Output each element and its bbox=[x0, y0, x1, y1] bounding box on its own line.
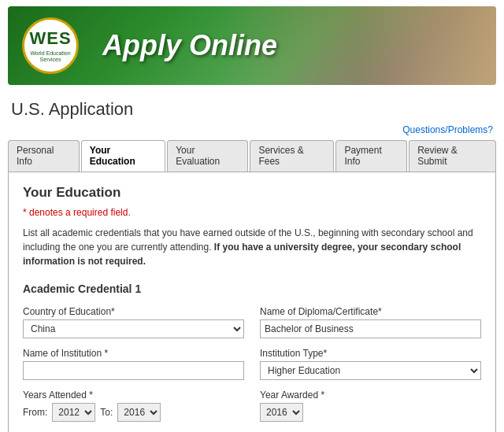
years-attended-group: Years Attended * From: 2012 2011 2010 20… bbox=[23, 390, 244, 422]
page-title: U.S. Application bbox=[0, 91, 504, 124]
institution-input[interactable] bbox=[23, 361, 244, 380]
tabs-bar: Personal Info Your Education Your Evalua… bbox=[0, 140, 504, 172]
institution-type-label: Institution Type* bbox=[260, 348, 481, 359]
tab-payment-info[interactable]: Payment Info bbox=[335, 140, 407, 172]
wes-logo-sub: World Education Services bbox=[24, 50, 76, 64]
from-label: From: bbox=[23, 407, 47, 418]
form-row-1: Country of Education* China Name of Dipl… bbox=[23, 306, 481, 338]
year-awarded-select[interactable]: 2016 2015 2014 2017 bbox=[260, 403, 303, 422]
section-title: Your Education bbox=[23, 185, 481, 201]
country-label: Country of Education* bbox=[23, 306, 244, 317]
years-attended-label: Years Attended * bbox=[23, 390, 244, 401]
country-select[interactable]: China bbox=[23, 319, 244, 338]
form-row-2: Name of Institution * Institution Type* … bbox=[23, 348, 481, 380]
description-text: List all academic credentials that you h… bbox=[23, 226, 481, 268]
to-year-select[interactable]: 2016 2015 2014 2017 bbox=[117, 403, 161, 422]
country-group: Country of Education* China bbox=[23, 306, 244, 338]
questions-problems-link[interactable]: Questions/Problems? bbox=[402, 124, 493, 135]
apply-online-heading: Apply Online bbox=[102, 29, 277, 62]
credential-header: Academic Credential 1 bbox=[23, 282, 481, 295]
questions-problems-link-container: Questions/Problems? bbox=[0, 124, 504, 140]
diploma-group: Name of Diploma/Certificate* bbox=[260, 306, 481, 338]
wes-logo-text: WES bbox=[29, 28, 71, 49]
to-label: To: bbox=[100, 407, 113, 418]
tab-services-fees[interactable]: Services & Fees bbox=[250, 140, 334, 172]
tab-personal-info[interactable]: Personal Info bbox=[8, 140, 80, 172]
institution-type-select[interactable]: Higher Education Secondary School Other bbox=[260, 361, 481, 380]
institution-type-group: Institution Type* Higher Education Secon… bbox=[260, 348, 481, 380]
diploma-input[interactable] bbox=[260, 319, 481, 338]
tab-your-evaluation[interactable]: Your Evaluation bbox=[167, 140, 248, 172]
diploma-label: Name of Diploma/Certificate* bbox=[260, 306, 481, 317]
year-awarded-label: Year Awarded * bbox=[260, 390, 481, 401]
year-awarded-group: Year Awarded * 2016 2015 2014 2017 bbox=[260, 390, 481, 422]
tab-your-education[interactable]: Your Education bbox=[81, 140, 165, 172]
header-banner: WES World Education Services Apply Onlin… bbox=[8, 6, 496, 85]
form-row-3: Years Attended * From: 2012 2011 2010 20… bbox=[23, 390, 481, 422]
wes-logo: WES World Education Services bbox=[22, 17, 79, 74]
from-year-select[interactable]: 2012 2011 2010 2013 bbox=[52, 403, 95, 422]
content-area: Your Education * denotes a required fiel… bbox=[8, 172, 496, 432]
tab-review-submit[interactable]: Review & Submit bbox=[409, 140, 496, 172]
institution-group: Name of Institution * bbox=[23, 348, 244, 380]
institution-label: Name of Institution * bbox=[23, 348, 244, 359]
required-note: * denotes a required field. bbox=[23, 207, 481, 218]
